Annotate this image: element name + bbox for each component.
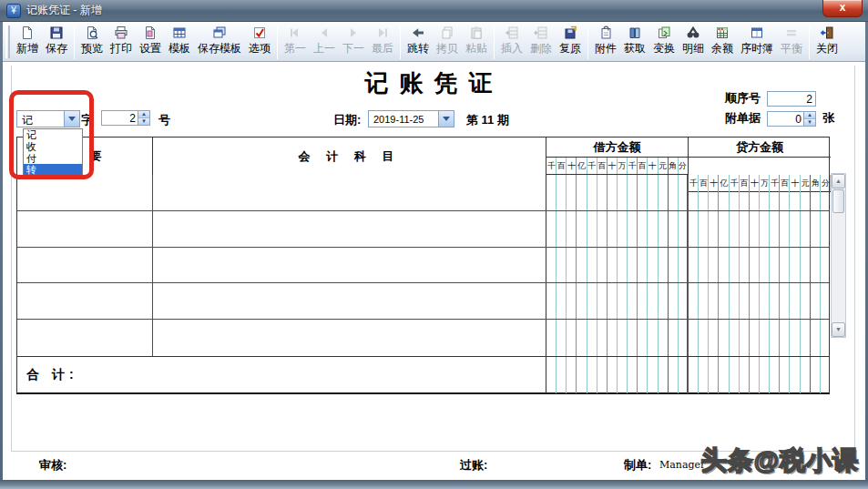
save-template-icon xyxy=(212,25,227,40)
spinner-down-icon[interactable]: ▼ xyxy=(138,117,149,125)
toolbar-button-label: 模板 xyxy=(168,41,190,56)
credit-amount-cell[interactable] xyxy=(689,320,829,356)
toolbar-button-jump[interactable]: 跳转 xyxy=(403,25,433,57)
toolbar-button-save[interactable]: 保存 xyxy=(42,25,71,57)
voucher-type-dropdown-button[interactable] xyxy=(64,111,79,127)
attachment-count-input[interactable]: 0 ▲▼ xyxy=(767,111,816,127)
toolbar-button-new[interactable]: 新增 xyxy=(13,25,42,57)
journal-window-icon xyxy=(750,25,764,40)
digit-header-cell: 千 xyxy=(628,158,638,174)
nav-first-icon xyxy=(288,25,302,40)
toolbar-button-transform[interactable]: 变换 xyxy=(649,25,679,57)
attachment-count-value[interactable]: 0 xyxy=(768,112,803,126)
voucher-type-option-收[interactable]: 收 xyxy=(24,141,82,153)
copy-pages-icon xyxy=(440,25,454,40)
toolbar-group: 新增保存 xyxy=(13,25,71,57)
digit-header-cell: 十 xyxy=(567,158,577,174)
date-dropdown-button[interactable] xyxy=(438,111,454,127)
debit-amount-cell[interactable] xyxy=(546,320,689,356)
debit-amount-cell[interactable] xyxy=(546,283,689,319)
toolbar-button-label: 跳转 xyxy=(407,41,429,56)
toolbar-button-options[interactable]: 选项 xyxy=(245,25,274,57)
attachment-count-spinner[interactable]: ▲▼ xyxy=(803,112,815,126)
titlebar: ¥ 记账凭证 - 新增 x xyxy=(0,0,868,22)
digit-header-cell: 百 xyxy=(638,158,648,174)
date-combobox[interactable]: 2019-11-25 xyxy=(368,110,454,127)
summary-cell[interactable] xyxy=(17,283,153,319)
voucher-number-spinner[interactable]: ▲▼ xyxy=(138,111,149,125)
voucher-type-value[interactable]: 记 xyxy=(17,111,64,127)
toolbar-button-label: 插入 xyxy=(501,41,523,56)
voucher-type-combobox[interactable]: 记 xyxy=(16,110,80,127)
voucher-number-value[interactable]: 2 xyxy=(102,111,138,125)
scrollbar-down-button[interactable]: ▼ xyxy=(832,322,845,337)
maker-value: Manager xyxy=(659,459,705,471)
scrollbar-up-button[interactable]: ▲ xyxy=(832,174,845,188)
toolbar-button-next: 下一 xyxy=(339,25,368,57)
toolbar-button-close[interactable]: 关闭 xyxy=(812,25,842,57)
maker-label: 制单: xyxy=(624,457,651,474)
toolbar-button-save-template[interactable]: 保存模板 xyxy=(194,25,245,57)
voucher-type-dropdown-list: 记收付转 xyxy=(23,128,83,177)
date-value[interactable]: 2019-11-25 xyxy=(369,111,438,127)
toolbar-button-detail[interactable]: 明细 xyxy=(679,25,708,57)
account-cell[interactable] xyxy=(153,283,546,319)
debit-digit-header-row: 千百十亿千百十万千百十元角分 xyxy=(546,158,689,175)
credit-amount-cell[interactable] xyxy=(689,283,829,319)
toolbar-button-print[interactable]: 打印 xyxy=(107,25,136,57)
spinner-up-icon[interactable]: ▲ xyxy=(804,112,815,118)
toolbar-button-copy: 拷贝 xyxy=(433,25,462,57)
debit-amount-cell[interactable] xyxy=(546,175,689,210)
balance-sheet-icon xyxy=(715,25,730,40)
summary-cell[interactable] xyxy=(17,320,153,356)
toolbar-button-balance[interactable]: 余额 xyxy=(708,25,737,57)
window-title: 记账凭证 - 新增 xyxy=(26,3,102,18)
summary-cell[interactable] xyxy=(17,211,153,247)
toolbar-button-preview[interactable]: 预览 xyxy=(77,25,107,57)
toolbar-separator xyxy=(494,25,495,59)
toolbar-group: 跳转拷贝粘贴 xyxy=(403,25,491,57)
summary-cell[interactable] xyxy=(17,175,153,210)
voucher-type-option-记[interactable]: 记 xyxy=(24,129,82,141)
toolbar-button-restore[interactable]: 复原 xyxy=(556,25,585,57)
watermark-text: 头条@税小课 xyxy=(701,443,859,478)
account-cell[interactable] xyxy=(153,320,546,356)
account-column-header: 会 计 科 目 xyxy=(153,138,546,175)
detail-binoculars-icon xyxy=(686,25,700,40)
spinner-down-icon[interactable]: ▼ xyxy=(804,118,815,126)
toolbar-button-label: 预览 xyxy=(81,41,103,56)
zi-label: 字 xyxy=(81,112,93,128)
account-cell[interactable] xyxy=(153,211,546,247)
voucher-number-input[interactable]: 2 ▲▼ xyxy=(101,110,150,126)
summary-cell[interactable] xyxy=(17,248,153,283)
order-number-input[interactable]: 2 xyxy=(767,91,816,107)
credit-amount-cell[interactable] xyxy=(689,248,829,283)
toolbar-button-fetch[interactable]: 获取 xyxy=(620,25,649,57)
toolbar-button-settings[interactable]: 设置 xyxy=(136,25,165,57)
scrollbar-thumb[interactable] xyxy=(832,189,844,213)
voucher-table-row xyxy=(17,211,829,248)
debit-amount-cell[interactable] xyxy=(546,211,689,247)
account-cell[interactable] xyxy=(153,175,546,210)
voucher-type-option-转[interactable]: 转 xyxy=(24,164,82,176)
debit-amount-cell[interactable] xyxy=(546,248,689,283)
toolbar-button-template[interactable]: 模板 xyxy=(165,25,194,57)
toolbar-grip-handle[interactable] xyxy=(5,25,10,58)
digit-header-cell: 亿 xyxy=(577,158,587,174)
account-cell[interactable] xyxy=(153,248,546,283)
toolbar-button-paste: 粘贴 xyxy=(462,25,491,57)
toolbar-separator xyxy=(277,25,278,59)
toolbar-button-last: 最后 xyxy=(368,25,397,57)
toolbar-button-journal[interactable]: 序时簿 xyxy=(737,25,777,57)
debit-column-header: 借方金额 xyxy=(546,138,689,158)
credit-amount-cell[interactable] xyxy=(689,211,829,247)
chevron-down-icon xyxy=(68,117,76,125)
toolbar-group: 第一上一下一最后 xyxy=(281,25,397,57)
vertical-scrollbar[interactable]: ▲ ▼ xyxy=(831,173,846,338)
close-button[interactable]: x xyxy=(822,0,863,17)
toolbar-button-attachment[interactable]: 附件 xyxy=(591,25,620,57)
voucher-type-option-付[interactable]: 付 xyxy=(24,153,82,165)
toolbar-button-prev: 上一 xyxy=(310,25,339,57)
spinner-up-icon[interactable]: ▲ xyxy=(138,111,149,117)
credit-amount-cell[interactable] xyxy=(689,175,829,210)
